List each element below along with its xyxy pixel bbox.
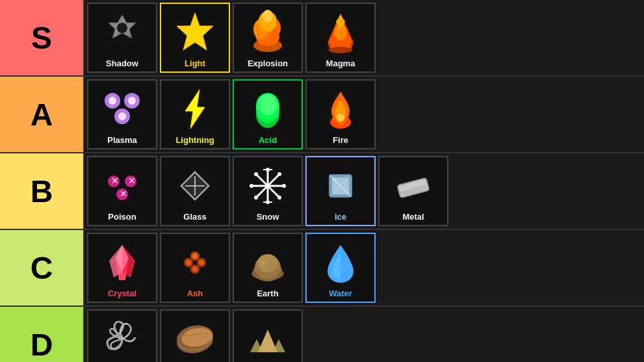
item-plasma[interactable]: Plasma [87, 79, 157, 149]
item-poison[interactable]: ✕ ✕ ✕ Poison [87, 156, 157, 226]
item-light[interactable]: Light [160, 3, 230, 73]
glass-label: Glass [183, 213, 206, 221]
svg-point-43 [250, 184, 253, 188]
svg-marker-2 [177, 13, 213, 50]
tier-label-c: C [0, 230, 84, 305]
item-wind[interactable]: Wind [87, 309, 157, 362]
snow-icon [244, 162, 291, 209]
tier-items-d: Wind Wood Sand [84, 307, 644, 362]
water-label: Water [329, 289, 352, 298]
svg-point-67 [199, 260, 204, 265]
svg-text:✕: ✕ [120, 188, 127, 199]
item-snow[interactable]: Snow [233, 156, 303, 226]
item-shadow[interactable]: Shadow [87, 3, 157, 73]
item-glass[interactable]: Glass [160, 156, 230, 226]
fire-label: Fire [333, 136, 348, 144]
tier-items-b: ✕ ✕ ✕ Poison Glass Snow [84, 153, 644, 229]
svg-text:✕: ✕ [128, 175, 136, 186]
svg-point-19 [118, 112, 126, 120]
svg-text:✕: ✕ [111, 175, 119, 186]
svg-point-44 [282, 184, 286, 188]
metal-label: Metal [402, 213, 424, 221]
item-fire[interactable]: Fire [305, 79, 376, 149]
tier-row-d: D Wind Wood Sand [0, 307, 644, 362]
svg-point-24 [259, 94, 277, 115]
shadow-icon [99, 9, 146, 56]
svg-point-18 [128, 97, 136, 105]
tier-row-s: S Shadow Light Explosion Magma [0, 0, 644, 77]
snow-label: Snow [257, 213, 279, 221]
wood-icon [172, 316, 218, 362]
plasma-label: Plasma [107, 136, 137, 144]
ash-label: Ash [187, 289, 203, 298]
item-ash[interactable]: Ash [160, 233, 230, 303]
svg-point-8 [263, 10, 273, 23]
earth-label: Earth [257, 289, 278, 298]
svg-point-48 [254, 196, 258, 200]
item-magma[interactable]: Magma [305, 3, 376, 73]
tier-row-c: C Crystal Ash Earth Water [0, 230, 644, 307]
poison-icon: ✕ ✕ ✕ [99, 162, 146, 209]
acid-label: Acid [259, 136, 277, 144]
svg-point-13 [329, 47, 352, 53]
item-water[interactable]: Water [305, 233, 376, 303]
item-acid[interactable]: Acid [233, 79, 303, 149]
tier-items-s: Shadow Light Explosion Magma [84, 0, 644, 75]
shadow-label: Shadow [106, 59, 138, 68]
item-wood[interactable]: Wood [160, 309, 230, 362]
crystal-icon [99, 239, 146, 286]
explosion-label: Explosion [248, 59, 288, 68]
tier-row-b: B ✕ ✕ ✕ Poison Glass Sn [0, 153, 644, 230]
light-icon [172, 9, 218, 56]
tier-row-a: A Plasma Lightning Acid Fire [0, 77, 644, 153]
item-earth[interactable]: Earth [233, 233, 303, 303]
crystal-label: Crystal [108, 289, 136, 298]
svg-point-75 [271, 262, 276, 267]
svg-point-69 [192, 266, 198, 272]
wind-icon [99, 316, 146, 362]
magma-icon [317, 9, 364, 56]
water-icon [317, 239, 364, 286]
item-metal[interactable]: Metal [378, 156, 448, 226]
tier-label-s: S [0, 0, 84, 75]
svg-point-68 [192, 253, 198, 259]
lightning-label: Lightning [175, 136, 214, 144]
tier-items-c: Crystal Ash Earth Water [84, 230, 644, 305]
metal-icon [390, 162, 437, 209]
tier-label-d: D [0, 307, 84, 362]
poison-label: Poison [108, 213, 136, 221]
svg-rect-36 [181, 172, 209, 200]
lightning-icon [172, 86, 218, 133]
fire-icon [317, 86, 364, 133]
svg-marker-20 [185, 90, 205, 129]
item-lightning[interactable]: Lightning [160, 79, 230, 149]
svg-point-47 [277, 172, 281, 176]
svg-point-1 [117, 23, 127, 33]
svg-point-66 [186, 260, 191, 265]
item-crystal[interactable]: Crystal [87, 233, 157, 303]
glass-icon [172, 162, 218, 209]
earth-icon [244, 239, 291, 286]
svg-point-26 [337, 114, 344, 122]
light-label: Light [185, 59, 205, 68]
acid-icon [244, 86, 291, 133]
tier-label-b: B [0, 153, 84, 229]
magma-label: Magma [326, 59, 355, 68]
sand-icon [244, 316, 291, 362]
item-sand[interactable]: Sand [233, 309, 303, 362]
plasma-icon [99, 86, 146, 133]
tier-label-a: A [0, 77, 84, 152]
svg-point-74 [260, 260, 266, 266]
svg-point-46 [277, 196, 281, 200]
svg-point-17 [109, 97, 116, 105]
tier-items-a: Plasma Lightning Acid Fire [84, 77, 644, 152]
item-explosion[interactable]: Explosion [233, 3, 303, 73]
tier-list: S Shadow Light Explosion MagmaA Plasma [0, 0, 644, 362]
ice-icon [317, 162, 364, 209]
item-ice[interactable]: Ice [305, 156, 376, 226]
ash-icon [172, 239, 218, 286]
explosion-icon [244, 9, 291, 56]
ice-label: Ice [335, 213, 346, 221]
svg-point-45 [254, 172, 258, 176]
